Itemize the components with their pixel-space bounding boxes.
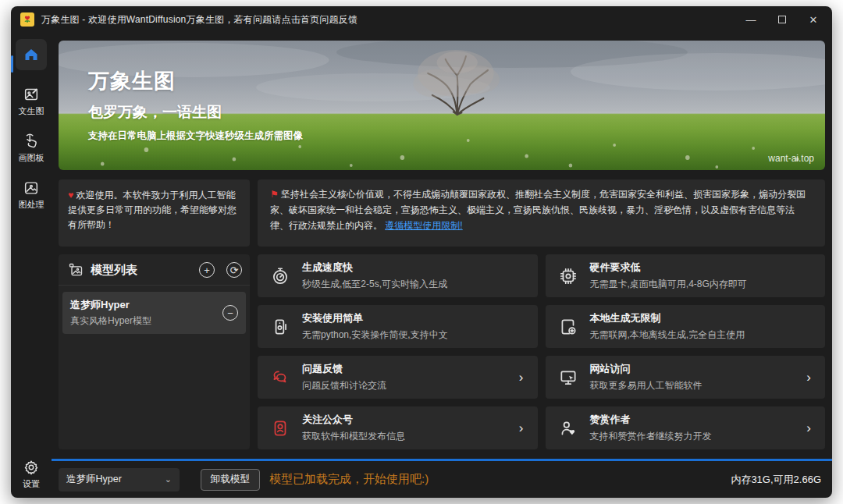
model-name: 造梦师Hyper [70, 298, 218, 312]
hero-description: 支持在日常电脑上根据文字快速秒级生成所需图像 [88, 130, 303, 143]
website-icon [557, 367, 579, 388]
minimize-button[interactable]: — [735, 8, 767, 31]
sidebar-item-label: 图处理 [19, 199, 44, 211]
flag-icon: ⚑ [270, 189, 279, 200]
unload-model-button[interactable]: 卸载模型 [201, 469, 260, 491]
chevron-right-icon: › [519, 421, 524, 435]
feedback-icon [269, 367, 291, 388]
policy-link[interactable]: 遵循模型使用限制! [385, 220, 462, 231]
feature-title: 赞赏作者 [590, 413, 712, 427]
image-process-icon [23, 179, 40, 197]
feature-card-website[interactable]: 网站访问 获取更多易用人工智能软件 › [546, 356, 826, 399]
text-to-image-icon [23, 86, 40, 103]
sidebar-item-text2img[interactable]: 文生图 [19, 86, 44, 117]
model-list-icon [68, 262, 84, 278]
app-window: 万象生图 - 欢迎使用WantDiffusion万象生图，若有问题请点击首页问题… [11, 6, 832, 498]
wechat-official-icon [269, 418, 291, 438]
memory-info: 内存31G,可用2.66G [731, 473, 821, 487]
chevron-right-icon: › [519, 371, 524, 384]
gear-icon [23, 459, 40, 476]
sidebar-item-drawboard[interactable]: 画图板 [19, 133, 44, 164]
feature-title: 生成速度快 [302, 261, 447, 275]
sidebar-item-home[interactable] [16, 39, 47, 70]
selected-model: 造梦师Hyper [66, 473, 122, 486]
chevron-down-icon: ⌄ [165, 474, 172, 484]
chevron-right-icon: › [806, 371, 811, 384]
window-controls: — ✕ [735, 8, 829, 31]
feature-description: 获取软件和模型发布信息 [302, 430, 405, 443]
feature-description: 获取更多易用人工智能软件 [590, 379, 702, 392]
banner-watermark: want-ai.top [768, 153, 814, 164]
remove-model-button[interactable]: − [222, 305, 238, 321]
feature-description: 问题反馈和讨论交流 [302, 379, 386, 392]
add-model-button[interactable]: + [199, 262, 215, 278]
hero-title: 万象生图 [88, 67, 303, 95]
refresh-models-button[interactable]: ⟳ [226, 262, 242, 278]
feature-grid: 生成速度快 秒级生成,低至2-5s,可实时输入生成 硬件要 [258, 254, 825, 449]
feature-title: 网站访问 [590, 362, 702, 376]
policy-notice: ⚑ 坚持社会主义核心价值观，不得生成煽动颠覆国家政权、推翻社会主义制度，危害国家… [258, 179, 825, 247]
donate-author-icon [557, 418, 579, 438]
cpu-icon [557, 266, 579, 286]
title-bar: 万象生图 - 欢迎使用WantDiffusion万象生图，若有问题请点击首页问题… [11, 6, 832, 33]
feature-card-local: 本地生成无限制 无需联网,本地离线生成,完全自主使用 [546, 305, 826, 348]
grass-flowers [101, 139, 799, 169]
model-select-dropdown[interactable]: 造梦师Hyper ⌄ [59, 468, 180, 492]
feature-description: 秒级生成,低至2-5s,可实时输入生成 [302, 278, 447, 291]
status-message: 模型已加载完成，开始使用吧:) [269, 472, 429, 487]
feature-title: 本地生成无限制 [590, 311, 745, 325]
sidebar: 文生图 画图板 图处理 [11, 33, 52, 498]
feature-card-speed: 生成速度快 秒级生成,低至2-5s,可实时输入生成 [258, 254, 538, 297]
speed-icon [269, 266, 291, 286]
feature-title: 问题反馈 [302, 362, 386, 376]
hero-subtitle: 包罗万象，一语生图 [88, 102, 303, 122]
window-title: 万象生图 - 欢迎使用WantDiffusion万象生图，若有问题请点击首页问题… [41, 13, 357, 27]
home-icon [23, 46, 40, 63]
offline-device-icon [557, 317, 579, 337]
app-logo-icon [20, 12, 34, 27]
install-icon [269, 317, 291, 337]
feature-description: 无需python,安装操作简便,支持中文 [302, 328, 448, 342]
feature-card-donate[interactable]: 赞赏作者 支持和赞赏作者继续努力开发 › [546, 406, 826, 449]
feature-title: 安装使用简单 [302, 311, 448, 325]
feature-title: 硬件要求低 [590, 261, 747, 275]
hero-banner: 万象生图 包罗万象，一语生图 支持在日常电脑上根据文字快速秒级生成所需图像 wa… [59, 41, 825, 170]
maximize-button[interactable] [767, 8, 798, 31]
status-bar: 造梦师Hyper ⌄ 卸载模型 模型已加载完成，开始使用吧:) 内存31G,可用… [52, 459, 832, 498]
feature-description: 支持和赞赏作者继续努力开发 [590, 430, 712, 443]
feature-card-install: 安装使用简单 无需python,安装操作简便,支持中文 [258, 305, 538, 348]
sidebar-item-label: 画图板 [19, 152, 44, 164]
welcome-text: 欢迎使用。本软件致力于利用人工智能提供更多日常可用的功能，希望能够对您有所帮助！ [68, 190, 237, 230]
active-indicator [11, 55, 13, 73]
feature-title: 关注公众号 [302, 413, 405, 427]
model-list-header: 模型列表 + ⟳ [59, 254, 250, 286]
policy-text: 坚持社会主义核心价值观，不得生成煽动颠覆国家政权、推翻社会主义制度，危害国家安全… [270, 189, 806, 231]
feature-card-wechat[interactable]: 关注公众号 获取软件和模型发布信息 › [258, 406, 538, 449]
sidebar-item-imgprocess[interactable]: 图处理 [19, 179, 44, 211]
feature-card-hardware: 硬件要求低 无需显卡,桌面电脑可用,4-8G内存即可 [546, 254, 826, 297]
draw-board-icon [23, 133, 40, 150]
feature-card-feedback[interactable]: 问题反馈 问题反馈和讨论交流 › [258, 356, 538, 399]
welcome-notice: ♥ 欢迎使用。本软件致力于利用人工智能提供更多日常可用的功能，希望能够对您有所帮… [59, 179, 250, 247]
model-list-title: 模型列表 [91, 263, 187, 278]
model-description: 真实风格Hyper模型 [70, 314, 218, 328]
feature-description: 无需联网,本地离线生成,完全自主使用 [590, 328, 745, 342]
sidebar-item-label: 文生图 [19, 105, 44, 117]
hero-text: 万象生图 包罗万象，一语生图 支持在日常电脑上根据文字快速秒级生成所需图像 [88, 67, 303, 143]
main-content: 万象生图 包罗万象，一语生图 支持在日常电脑上根据文字快速秒级生成所需图像 wa… [52, 33, 832, 498]
sidebar-item-label: 设置 [23, 478, 40, 490]
close-button[interactable]: ✕ [798, 8, 829, 31]
sidebar-item-settings[interactable]: 设置 [23, 459, 40, 490]
chevron-right-icon: › [806, 421, 811, 435]
model-list-item[interactable]: 造梦师Hyper 真实风格Hyper模型 − [62, 292, 246, 334]
model-list-panel: 模型列表 + ⟳ 造梦师Hyper 真实风格Hyper模型 − [59, 254, 250, 449]
feature-description: 无需显卡,桌面电脑可用,4-8G内存即可 [590, 278, 747, 291]
